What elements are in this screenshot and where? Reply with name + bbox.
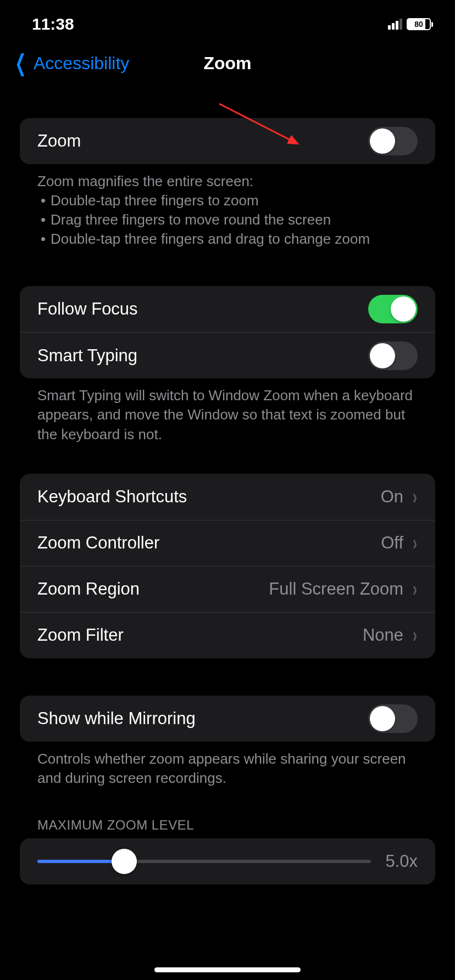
focus-group: Follow Focus Smart Typing xyxy=(20,286,435,378)
mirroring-footer: Controls whether zoom appears while shar… xyxy=(20,742,435,788)
chevron-right-icon: › xyxy=(413,577,417,601)
zoom-footer-item: Double-tap three fingers and drag to cha… xyxy=(37,229,418,249)
zoom-toggle-label: Zoom xyxy=(37,131,81,151)
zoom-toggle-row[interactable]: Zoom xyxy=(20,118,435,164)
status-right: 80 xyxy=(388,18,433,30)
smart-typing-toggle[interactable] xyxy=(368,341,418,370)
status-time: 11:38 xyxy=(32,15,74,33)
zoom-region-value: Full Screen Zoom xyxy=(269,579,403,599)
zoom-filter-label: Zoom Filter xyxy=(37,625,124,645)
slider-thumb[interactable] xyxy=(112,849,137,874)
zoom-controller-label: Zoom Controller xyxy=(37,533,159,553)
zoom-filter-row[interactable]: Zoom Filter None › xyxy=(20,612,435,658)
page-title: Zoom xyxy=(203,53,251,74)
nav-header: ❮ Accessibility Zoom xyxy=(0,38,455,88)
chevron-right-icon: › xyxy=(413,623,417,647)
zoom-controller-row[interactable]: Zoom Controller Off › xyxy=(20,520,435,566)
smart-typing-label: Smart Typing xyxy=(37,346,137,366)
show-while-mirroring-label: Show while Mirroring xyxy=(37,709,196,729)
follow-focus-label: Follow Focus xyxy=(37,299,138,319)
follow-focus-toggle[interactable] xyxy=(368,295,418,323)
battery-icon: 80 xyxy=(407,18,433,30)
home-indicator[interactable] xyxy=(154,967,301,972)
show-while-mirroring-row[interactable]: Show while Mirroring xyxy=(20,696,435,742)
zoom-region-row[interactable]: Zoom Region Full Screen Zoom › xyxy=(20,566,435,612)
max-zoom-slider-row[interactable]: 5.0x xyxy=(20,838,435,884)
keyboard-shortcuts-value: On xyxy=(381,487,403,507)
chevron-right-icon: › xyxy=(413,531,417,555)
chevron-right-icon: › xyxy=(413,485,417,509)
status-bar: 11:38 80 xyxy=(0,0,455,38)
zoom-toggle[interactable] xyxy=(368,127,418,155)
back-label: Accessibility xyxy=(34,53,129,74)
mirroring-group: Show while Mirroring xyxy=(20,696,435,742)
max-zoom-header: MAXIMUM ZOOM LEVEL xyxy=(20,817,435,838)
zoom-toggle-group: Zoom xyxy=(20,118,435,164)
keyboard-shortcuts-label: Keyboard Shortcuts xyxy=(37,487,187,507)
show-while-mirroring-toggle[interactable] xyxy=(368,704,418,733)
max-zoom-value: 5.0x xyxy=(385,852,418,871)
smart-typing-row[interactable]: Smart Typing xyxy=(20,332,435,378)
max-zoom-group: 5.0x xyxy=(20,838,435,884)
smart-typing-footer: Smart Typing will switch to Window Zoom … xyxy=(20,378,435,444)
follow-focus-row[interactable]: Follow Focus xyxy=(20,286,435,332)
zoom-footer-intro: Zoom magnifies the entire screen: xyxy=(37,172,418,191)
back-button[interactable]: ❮ Accessibility xyxy=(11,52,129,75)
zoom-footer-item: Double-tap three fingers to zoom xyxy=(37,191,418,210)
max-zoom-slider[interactable] xyxy=(37,860,371,863)
zoom-region-label: Zoom Region xyxy=(37,579,140,599)
keyboard-shortcuts-row[interactable]: Keyboard Shortcuts On › xyxy=(20,474,435,520)
zoom-filter-value: None xyxy=(363,625,403,645)
zoom-controller-value: Off xyxy=(381,533,403,553)
cellular-signal-icon xyxy=(388,19,402,30)
chevron-left-icon: ❮ xyxy=(15,52,26,75)
zoom-footer-item: Drag three fingers to move round the scr… xyxy=(37,210,418,229)
zoom-settings-group: Keyboard Shortcuts On › Zoom Controller … xyxy=(20,474,435,658)
zoom-footer: Zoom magnifies the entire screen: Double… xyxy=(20,164,435,249)
